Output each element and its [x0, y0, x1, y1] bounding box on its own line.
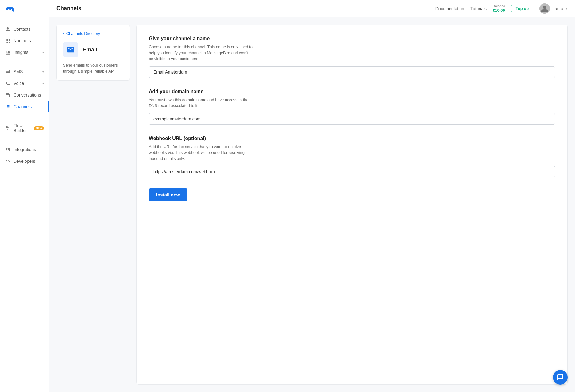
webhook-url-input[interactable] — [149, 166, 555, 177]
chevron-down-icon: ▾ — [42, 70, 44, 74]
channel-icon-block: Email — [63, 42, 124, 57]
sidebar-item-developers[interactable]: Developers — [0, 155, 49, 167]
form-section-webhook: Webhook URL (optional) Add the URL for t… — [149, 136, 555, 178]
sidebar-item-label: Conversations — [14, 93, 41, 97]
sidebar-item-flow-builder[interactable]: Flow Builder New — [0, 120, 49, 136]
left-panel: ‹ Channels Directory Email Send emails t… — [56, 25, 130, 81]
content-area: ‹ Channels Directory Email Send emails t… — [49, 17, 575, 392]
email-icon — [66, 45, 75, 54]
sidebar-item-voice[interactable]: Voice ▾ — [0, 78, 49, 89]
balance-label: Balance — [493, 4, 505, 8]
form-section-name: Give your channel a name Choose a name f… — [149, 36, 555, 78]
sidebar-item-label: Contacts — [14, 27, 30, 32]
new-badge: New — [34, 126, 44, 130]
form-section-domain: Add your domain name You must own this d… — [149, 89, 555, 125]
svg-point-1 — [10, 9, 10, 10]
header: Channels Documentation Tutorials Balance… — [49, 0, 575, 17]
section3-desc: Add the URL for the service that you wan… — [149, 144, 253, 162]
chevron-down-icon: ▾ — [42, 82, 44, 85]
avatar — [539, 3, 550, 14]
topup-button[interactable]: Top up — [511, 5, 533, 12]
page-title: Channels — [56, 5, 81, 12]
person-icon — [5, 26, 10, 32]
install-now-button[interactable]: Install now — [149, 188, 187, 201]
sidebar-item-numbers[interactable]: Numbers — [0, 35, 49, 47]
email-icon-box — [63, 42, 78, 57]
sidebar-divider — [0, 140, 49, 140]
sidebar-divider — [0, 62, 49, 62]
back-link[interactable]: ‹ Channels Directory — [63, 31, 124, 36]
sidebar-item-label: Developers — [14, 159, 35, 164]
chat-icon — [557, 374, 564, 381]
chevron-down-icon: ▾ — [42, 51, 44, 54]
section1-desc: Choose a name for this channel. This nam… — [149, 44, 253, 62]
sidebar-item-insights[interactable]: Insights ▾ — [0, 47, 49, 58]
header-right: Documentation Tutorials Balance €10.00 T… — [435, 3, 568, 14]
active-indicator — [48, 101, 49, 112]
sidebar-item-sms[interactable]: SMS ▾ — [0, 66, 49, 78]
sidebar-item-label: Insights — [14, 50, 28, 55]
balance-block: Balance €10.00 — [493, 4, 505, 13]
svg-point-2 — [11, 9, 12, 10]
voice-icon — [5, 81, 10, 86]
section3-title: Webhook URL (optional) — [149, 136, 555, 141]
sidebar-item-label: SMS — [14, 69, 23, 74]
conversations-icon — [5, 92, 10, 98]
sidebar-item-conversations[interactable]: Conversations — [0, 89, 49, 101]
sidebar-item-channels[interactable]: Channels — [0, 101, 49, 112]
right-panel: Give your channel a name Choose a name f… — [136, 25, 568, 385]
chevron-left-icon: ‹ — [63, 31, 64, 36]
logo[interactable] — [0, 5, 49, 23]
tutorials-link[interactable]: Tutorials — [470, 6, 487, 11]
main-area: Channels Documentation Tutorials Balance… — [49, 0, 575, 392]
channels-icon — [5, 104, 10, 109]
sms-icon — [5, 69, 10, 74]
channel-description: Send emails to your customers through a … — [63, 62, 124, 74]
sidebar-item-integrations[interactable]: Integrations — [0, 144, 49, 155]
svg-point-4 — [543, 6, 546, 9]
grid-icon — [5, 38, 10, 44]
integrations-icon — [5, 147, 10, 152]
sidebar-item-contacts[interactable]: Contacts — [0, 23, 49, 35]
back-link-text: Channels Directory — [66, 31, 100, 36]
channel-name: Email — [83, 47, 97, 53]
user-name: Laura — [552, 6, 563, 11]
user-block[interactable]: Laura ▾ — [539, 3, 568, 14]
documentation-link[interactable]: Documentation — [435, 6, 464, 11]
chart-icon — [5, 50, 10, 55]
balance-amount: €10.00 — [493, 8, 505, 13]
sidebar: Contacts Numbers Insights ▾ SMS ▾ Voice … — [0, 0, 49, 392]
sidebar-item-label: Channels — [14, 104, 32, 109]
section1-title: Give your channel a name — [149, 36, 555, 41]
channel-name-input[interactable] — [149, 66, 555, 78]
section2-desc: You must own this domain name and have a… — [149, 97, 253, 109]
svg-point-0 — [8, 9, 9, 10]
sidebar-item-label: Numbers — [14, 38, 31, 43]
user-chevron-icon: ▾ — [566, 6, 568, 10]
sidebar-divider — [0, 116, 49, 116]
developers-icon — [5, 158, 10, 164]
flow-icon — [5, 125, 10, 131]
section2-title: Add your domain name — [149, 89, 555, 94]
sidebar-item-label: Flow Builder — [14, 123, 29, 133]
sidebar-item-label: Integrations — [14, 147, 36, 152]
chat-bubble-button[interactable] — [553, 370, 568, 385]
domain-name-input[interactable] — [149, 113, 555, 125]
sidebar-item-label: Voice — [14, 81, 24, 86]
